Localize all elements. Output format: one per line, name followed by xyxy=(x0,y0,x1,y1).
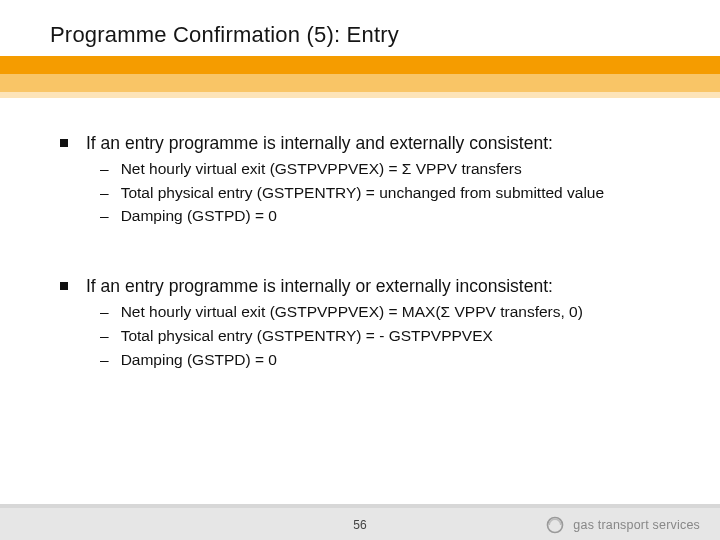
dash-icon: – xyxy=(100,350,109,371)
sub-bullet: – Total physical entry (GSTPENTRY) = unc… xyxy=(60,183,660,204)
header-band-tertiary xyxy=(0,92,720,98)
section-gap xyxy=(60,227,660,261)
dash-icon: – xyxy=(100,302,109,323)
dash-icon: – xyxy=(100,326,109,347)
sub-bullet-text: Net hourly virtual exit (GSTPVPPVEX) = Σ… xyxy=(121,159,522,180)
dash-icon: – xyxy=(100,206,109,227)
brand-text: gas transport services xyxy=(573,518,700,532)
slide: Programme Confirmation (5): Entry If an … xyxy=(0,0,720,540)
sub-bullet-text: Damping (GSTPD) = 0 xyxy=(121,350,277,371)
dash-icon: – xyxy=(100,159,109,180)
sub-bullet: – Net hourly virtual exit (GSTPVPPVEX) =… xyxy=(60,159,660,180)
page-title: Programme Confirmation (5): Entry xyxy=(50,22,399,48)
section-heading: If an entry programme is internally or e… xyxy=(86,275,553,299)
header-band-primary xyxy=(0,56,720,74)
sub-bullet: – Net hourly virtual exit (GSTPVPPVEX) =… xyxy=(60,302,660,323)
bullet-section-1: If an entry programme is internally and … xyxy=(60,132,660,156)
bullet-section-2: If an entry programme is internally or e… xyxy=(60,275,660,299)
content-body: If an entry programme is internally and … xyxy=(60,118,660,371)
sub-bullet: – Total physical entry (GSTPENTRY) = - G… xyxy=(60,326,660,347)
sub-bullet-text: Net hourly virtual exit (GSTPVPPVEX) = M… xyxy=(121,302,583,323)
square-bullet-icon xyxy=(60,139,68,147)
square-bullet-icon xyxy=(60,282,68,290)
sub-bullet-text: Total physical entry (GSTPENTRY) = - GST… xyxy=(121,326,493,347)
header-band-secondary xyxy=(0,74,720,92)
brand-logo: gas transport services xyxy=(545,515,700,535)
sub-bullet: – Damping (GSTPD) = 0 xyxy=(60,350,660,371)
sub-bullet-text: Total physical entry (GSTPENTRY) = uncha… xyxy=(121,183,604,204)
sub-bullet: – Damping (GSTPD) = 0 xyxy=(60,206,660,227)
swirl-icon xyxy=(545,515,565,535)
dash-icon: – xyxy=(100,183,109,204)
sub-bullet-text: Damping (GSTPD) = 0 xyxy=(121,206,277,227)
section-heading: If an entry programme is internally and … xyxy=(86,132,553,156)
